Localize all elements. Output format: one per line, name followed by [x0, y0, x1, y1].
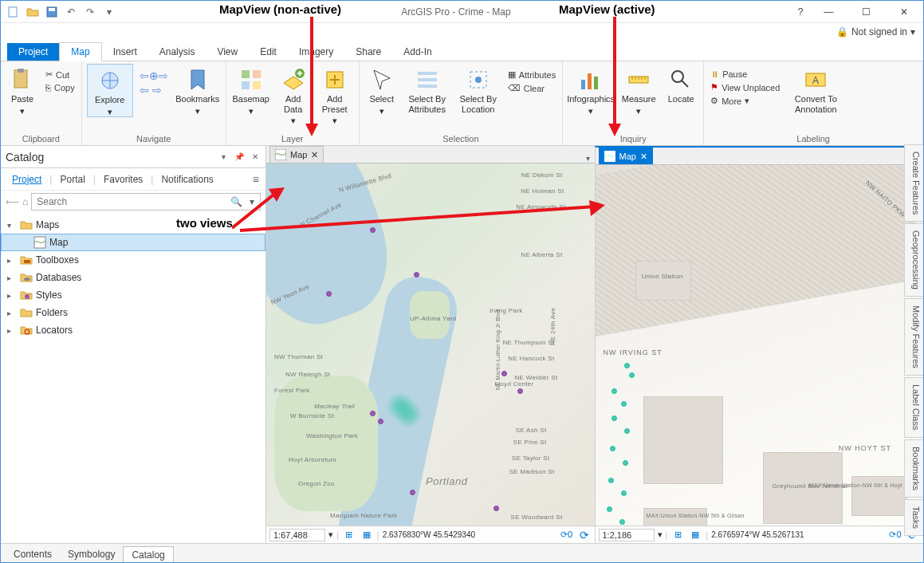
save-icon[interactable] [45, 6, 58, 18]
sb-icon[interactable]: ⟳0 [560, 528, 574, 542]
expand-icon[interactable]: ▾ [7, 221, 17, 230]
signin-dropdown-icon[interactable]: ▾ [910, 26, 915, 37]
more-button[interactable]: ⚙More▾ [709, 95, 781, 107]
home-icon[interactable]: ⌂ [22, 196, 28, 207]
basemap-icon [238, 67, 264, 93]
subtab-project[interactable]: Project [7, 172, 46, 187]
map-canvas-right[interactable]: Union Station Greyhound Bus Terminal MAX… [596, 165, 924, 543]
sb-icon[interactable]: ▦ [688, 528, 702, 542]
btab-contents[interactable]: Contents [6, 546, 60, 562]
expand-icon[interactable]: ▸ [7, 326, 17, 335]
select-by-location-button[interactable]: Select By Location [455, 64, 501, 114]
annotation-active: MapView (active) [559, 2, 655, 16]
rvtab-tasks[interactable]: Tasks [904, 499, 923, 536]
back-icon[interactable]: ⟵ [6, 196, 19, 207]
signin-label[interactable]: Not signed in [851, 26, 907, 37]
clear-button[interactable]: ⌫Clear [506, 82, 557, 94]
tab-insert[interactable]: Insert [102, 43, 148, 61]
expand-icon[interactable]: ▸ [7, 274, 17, 282]
sb-icon[interactable]: ⊞ [342, 528, 356, 542]
paste-button[interactable]: Paste▾ [6, 64, 39, 116]
rvtab-create-features[interactable]: Create Features [904, 144, 923, 222]
svg-point-16 [475, 77, 482, 83]
catalog-title: Catalog [6, 151, 213, 163]
map-tab-row-left: Map ✕ ▾ [266, 146, 595, 163]
pause-button[interactable]: ⏸Pause [709, 69, 781, 80]
sb-icon[interactable]: ▦ [360, 528, 374, 542]
locate-button[interactable]: Locate [663, 64, 698, 104]
close-tab-icon[interactable]: ✕ [640, 152, 647, 162]
signin-row: 🔒 Not signed in ▾ [1, 23, 923, 41]
map-tab-row-right: Map ✕ ▾ [596, 148, 924, 165]
rvtab-label-class[interactable]: Label Class [904, 377, 923, 437]
tab-analysis[interactable]: Analysis [148, 43, 206, 61]
sb-icon[interactable]: ⟳0 [888, 528, 902, 542]
measure-button[interactable]: Measure▾ [619, 64, 659, 116]
tab-edit[interactable]: Edit [249, 43, 288, 61]
tab-project[interactable]: Project [7, 43, 59, 61]
rvtab-modify-features[interactable]: Modify Features [904, 298, 923, 376]
close-button[interactable]: ✕ [886, 2, 922, 22]
select-button[interactable]: Select▾ [364, 64, 399, 116]
sb-icon[interactable]: ⊞ [670, 528, 685, 542]
map-tab-left[interactable]: Map ✕ [269, 146, 324, 163]
arrow [240, 199, 607, 238]
annotation-twoviews: two views [176, 216, 233, 230]
map-tab-right[interactable]: Map ✕ [599, 148, 653, 164]
attributes-button[interactable]: ▦Attributes [506, 69, 557, 81]
rvtab-geoprocessing[interactable]: Geoprocessing [904, 223, 923, 297]
tree-databases[interactable]: ▸Databases [1, 269, 265, 286]
folder-icon [20, 271, 33, 284]
subtab-favorites[interactable]: Favorites [99, 172, 147, 187]
catalog-pin-icon[interactable]: 📌 [234, 152, 245, 163]
tree-toolboxes[interactable]: ▸Toolboxes [1, 251, 265, 269]
refresh-icon[interactable]: ⟳ [577, 528, 592, 542]
tab-map[interactable]: Map [59, 42, 101, 61]
btab-symbology[interactable]: Symbology [60, 546, 123, 562]
tab-share[interactable]: Share [344, 43, 392, 61]
scale-input-right[interactable]: 1:2,186 [599, 529, 655, 541]
open-project-icon[interactable] [26, 6, 39, 18]
quick-access-toolbar: ↶ ↷ ▾ [1, 6, 122, 18]
subtab-notifications[interactable]: Notifications [156, 172, 218, 187]
add-preset-button[interactable]: Add Preset▾ [316, 64, 354, 126]
close-tab-icon[interactable]: ✕ [311, 150, 318, 160]
tree-folders[interactable]: ▸Folders [1, 304, 265, 321]
search-input[interactable] [32, 196, 228, 207]
tree-map-item[interactable]: Map [1, 234, 265, 251]
maximize-button[interactable]: ☐ [848, 2, 884, 22]
help-button[interactable]: ? [790, 6, 811, 18]
cut-icon: ✂ [45, 69, 53, 80]
bookmarks-button[interactable]: Bookmarks▾ [175, 64, 221, 116]
nav-arrows[interactable]: ⇦⊕⇨ [138, 69, 170, 83]
explore-button[interactable]: Explore▾ [87, 64, 133, 117]
btab-catalog[interactable]: Catalog [123, 546, 173, 563]
cut-button[interactable]: ✂Cut [44, 69, 77, 81]
redo-icon[interactable]: ↷ [84, 6, 96, 18]
convert-annotation-button[interactable]: A Convert To Annotation [786, 64, 845, 114]
expand-icon[interactable]: ▸ [7, 309, 17, 317]
undo-icon[interactable]: ↶ [65, 6, 77, 18]
catalog-close-icon[interactable]: ✕ [250, 152, 261, 163]
copy-button[interactable]: ⎘Copy [44, 82, 77, 93]
group-inquiry: Infographics▾ Measure▾ Locate Inquiry [563, 61, 704, 145]
nav-arrows2[interactable]: ⇦ ⇨ [138, 83, 170, 97]
rvtab-bookmarks[interactable]: Bookmarks [904, 439, 923, 498]
basemap-button[interactable]: Basemap▾ [231, 64, 271, 116]
tree-locators[interactable]: ▸Locators [1, 321, 265, 339]
tree-styles[interactable]: ▸Styles [1, 286, 265, 304]
scale-input-left[interactable]: 1:67,488 [269, 529, 325, 541]
tab-addin[interactable]: Add-In [392, 43, 442, 61]
select-by-attributes-button[interactable]: Select By Attributes [404, 64, 450, 114]
minimize-button[interactable]: — [811, 2, 847, 22]
catalog-dropdown-icon[interactable]: ▾ [218, 152, 229, 163]
qat-dropdown-icon[interactable]: ▾ [103, 6, 116, 18]
new-project-icon[interactable] [7, 6, 20, 18]
view-unplaced-button[interactable]: ⚑View Unplaced [709, 81, 781, 93]
expand-icon[interactable]: ▸ [7, 256, 17, 265]
tab-view[interactable]: View [206, 43, 249, 61]
subtab-portal[interactable]: Portal [55, 172, 89, 187]
tab-menu-icon[interactable]: ▾ [581, 154, 595, 163]
expand-icon[interactable]: ▸ [7, 291, 17, 300]
svg-rect-3 [14, 70, 27, 88]
